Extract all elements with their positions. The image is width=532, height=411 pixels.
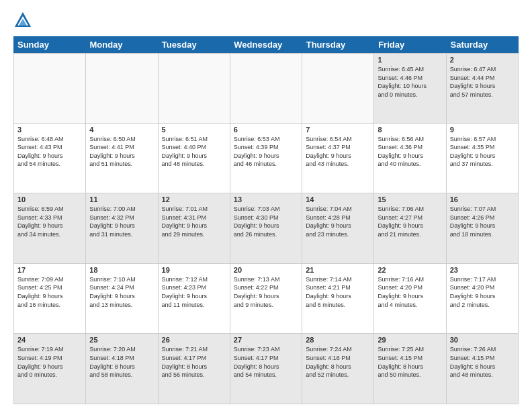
day-cell-2: 2Sunrise: 6:47 AM Sunset: 4:44 PM Daylig… (447, 53, 519, 124)
day-number: 20 (234, 266, 298, 274)
day-info: Sunrise: 7:10 AM Sunset: 4:24 PM Dayligh… (89, 275, 154, 309)
day-number: 27 (234, 336, 298, 344)
day-cell-1: 1Sunrise: 6:45 AM Sunset: 4:46 PM Daylig… (374, 53, 446, 124)
day-number: 25 (89, 336, 154, 344)
day-number: 22 (378, 266, 442, 274)
day-info: Sunrise: 6:47 AM Sunset: 4:44 PM Dayligh… (450, 65, 515, 99)
day-cell-3: 3Sunrise: 6:48 AM Sunset: 4:43 PM Daylig… (14, 124, 86, 194)
week-4: 17Sunrise: 7:09 AM Sunset: 4:25 PM Dayli… (13, 264, 519, 334)
day-number: 28 (306, 336, 370, 344)
empty-cell (86, 53, 158, 124)
calendar-body: 1Sunrise: 6:45 AM Sunset: 4:46 PM Daylig… (13, 53, 519, 404)
day-number: 9 (450, 126, 515, 134)
day-number: 19 (162, 266, 226, 274)
day-number: 8 (378, 126, 442, 134)
day-info: Sunrise: 7:23 AM Sunset: 4:17 PM Dayligh… (234, 345, 298, 379)
day-info: Sunrise: 7:09 AM Sunset: 4:25 PM Dayligh… (17, 275, 82, 309)
day-number: 10 (17, 195, 82, 203)
empty-cell (14, 53, 86, 124)
day-info: Sunrise: 7:12 AM Sunset: 4:23 PM Dayligh… (162, 275, 226, 309)
day-number: 16 (450, 195, 515, 203)
day-cell-23: 23Sunrise: 7:17 AM Sunset: 4:20 PM Dayli… (447, 264, 519, 334)
day-cell-7: 7Sunrise: 6:54 AM Sunset: 4:37 PM Daylig… (302, 124, 374, 194)
day-info: Sunrise: 7:07 AM Sunset: 4:26 PM Dayligh… (450, 205, 515, 238)
day-number: 23 (450, 266, 515, 274)
day-cell-26: 26Sunrise: 7:21 AM Sunset: 4:17 PM Dayli… (159, 334, 230, 404)
day-cell-25: 25Sunrise: 7:20 AM Sunset: 4:18 PM Dayli… (86, 334, 158, 404)
day-info: Sunrise: 7:20 AM Sunset: 4:18 PM Dayligh… (89, 345, 154, 379)
day-number: 26 (162, 336, 226, 344)
day-cell-8: 8Sunrise: 6:56 AM Sunset: 4:36 PM Daylig… (374, 124, 446, 194)
day-cell-6: 6Sunrise: 6:53 AM Sunset: 4:39 PM Daylig… (230, 124, 302, 194)
day-info: Sunrise: 7:06 AM Sunset: 4:27 PM Dayligh… (378, 205, 442, 238)
empty-cell (230, 53, 302, 124)
calendar: SundayMondayTuesdayWednesdayThursdayFrid… (13, 36, 519, 404)
day-info: Sunrise: 6:45 AM Sunset: 4:46 PM Dayligh… (378, 65, 442, 99)
day-cell-29: 29Sunrise: 7:25 AM Sunset: 4:15 PM Dayli… (374, 334, 446, 404)
day-info: Sunrise: 7:14 AM Sunset: 4:21 PM Dayligh… (306, 275, 370, 309)
day-number: 24 (17, 336, 82, 344)
day-info: Sunrise: 6:59 AM Sunset: 4:33 PM Dayligh… (17, 205, 82, 238)
day-info: Sunrise: 7:26 AM Sunset: 4:15 PM Dayligh… (450, 345, 515, 379)
day-info: Sunrise: 6:54 AM Sunset: 4:37 PM Dayligh… (306, 135, 370, 169)
day-info: Sunrise: 7:19 AM Sunset: 4:19 PM Dayligh… (17, 345, 82, 379)
week-3: 10Sunrise: 6:59 AM Sunset: 4:33 PM Dayli… (13, 193, 519, 264)
day-number: 4 (89, 126, 154, 134)
day-info: Sunrise: 7:03 AM Sunset: 4:30 PM Dayligh… (234, 205, 298, 238)
day-cell-11: 11Sunrise: 7:00 AM Sunset: 4:32 PM Dayli… (86, 193, 158, 264)
header (13, 11, 519, 30)
day-number: 30 (450, 336, 515, 344)
day-info: Sunrise: 6:48 AM Sunset: 4:43 PM Dayligh… (17, 135, 82, 169)
day-info: Sunrise: 6:56 AM Sunset: 4:36 PM Dayligh… (378, 135, 442, 169)
day-cell-16: 16Sunrise: 7:07 AM Sunset: 4:26 PM Dayli… (447, 193, 519, 264)
day-number: 29 (378, 336, 442, 344)
day-info: Sunrise: 7:16 AM Sunset: 4:20 PM Dayligh… (378, 275, 442, 309)
day-info: Sunrise: 7:24 AM Sunset: 4:16 PM Dayligh… (306, 345, 370, 379)
empty-cell (302, 53, 374, 124)
day-info: Sunrise: 6:57 AM Sunset: 4:35 PM Dayligh… (450, 135, 515, 169)
day-info: Sunrise: 7:01 AM Sunset: 4:31 PM Dayligh… (162, 205, 226, 238)
header-day-wednesday: Wednesday (230, 36, 302, 53)
day-cell-18: 18Sunrise: 7:10 AM Sunset: 4:24 PM Dayli… (86, 264, 158, 334)
day-number: 3 (17, 126, 82, 134)
logo-icon (13, 11, 32, 30)
day-number: 14 (306, 195, 370, 203)
day-cell-9: 9Sunrise: 6:57 AM Sunset: 4:35 PM Daylig… (447, 124, 519, 194)
header-day-monday: Monday (85, 36, 157, 53)
week-5: 24Sunrise: 7:19 AM Sunset: 4:19 PM Dayli… (13, 334, 519, 404)
day-info: Sunrise: 7:25 AM Sunset: 4:15 PM Dayligh… (378, 345, 442, 379)
day-cell-13: 13Sunrise: 7:03 AM Sunset: 4:30 PM Dayli… (230, 193, 302, 264)
calendar-header: SundayMondayTuesdayWednesdayThursdayFrid… (13, 36, 519, 53)
day-number: 21 (306, 266, 370, 274)
day-number: 2 (450, 56, 515, 64)
day-info: Sunrise: 6:51 AM Sunset: 4:40 PM Dayligh… (162, 135, 226, 169)
day-number: 7 (306, 126, 370, 134)
day-cell-20: 20Sunrise: 7:13 AM Sunset: 4:22 PM Dayli… (230, 264, 302, 334)
day-number: 1 (378, 56, 442, 64)
day-cell-22: 22Sunrise: 7:16 AM Sunset: 4:20 PM Dayli… (374, 264, 446, 334)
day-cell-24: 24Sunrise: 7:19 AM Sunset: 4:19 PM Dayli… (14, 334, 86, 404)
day-number: 12 (162, 195, 226, 203)
day-number: 11 (89, 195, 154, 203)
day-cell-17: 17Sunrise: 7:09 AM Sunset: 4:25 PM Dayli… (14, 264, 86, 334)
day-number: 15 (378, 195, 442, 203)
day-cell-12: 12Sunrise: 7:01 AM Sunset: 4:31 PM Dayli… (159, 193, 230, 264)
day-number: 17 (17, 266, 82, 274)
day-number: 13 (234, 195, 298, 203)
header-day-tuesday: Tuesday (158, 36, 230, 53)
week-2: 3Sunrise: 6:48 AM Sunset: 4:43 PM Daylig… (13, 124, 519, 194)
day-cell-15: 15Sunrise: 7:06 AM Sunset: 4:27 PM Dayli… (374, 193, 446, 264)
day-number: 6 (234, 126, 298, 134)
day-info: Sunrise: 7:04 AM Sunset: 4:28 PM Dayligh… (306, 205, 370, 238)
header-day-sunday: Sunday (13, 36, 85, 53)
day-cell-14: 14Sunrise: 7:04 AM Sunset: 4:28 PM Dayli… (302, 193, 374, 264)
header-day-friday: Friday (374, 36, 446, 53)
day-info: Sunrise: 6:53 AM Sunset: 4:39 PM Dayligh… (234, 135, 298, 169)
day-cell-4: 4Sunrise: 6:50 AM Sunset: 4:41 PM Daylig… (86, 124, 158, 194)
day-info: Sunrise: 7:21 AM Sunset: 4:17 PM Dayligh… (162, 345, 226, 379)
day-info: Sunrise: 7:00 AM Sunset: 4:32 PM Dayligh… (89, 205, 154, 238)
logo (13, 11, 35, 30)
day-cell-27: 27Sunrise: 7:23 AM Sunset: 4:17 PM Dayli… (230, 334, 302, 404)
day-cell-5: 5Sunrise: 6:51 AM Sunset: 4:40 PM Daylig… (159, 124, 230, 194)
day-cell-10: 10Sunrise: 6:59 AM Sunset: 4:33 PM Dayli… (14, 193, 86, 264)
